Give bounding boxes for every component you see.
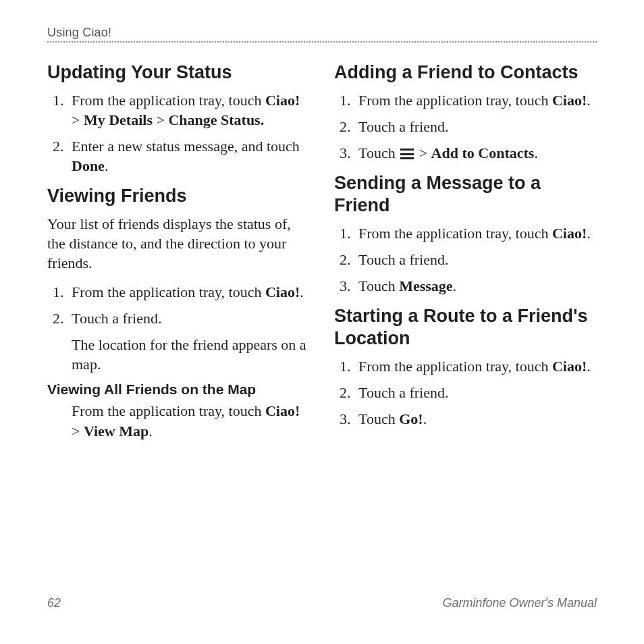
heading-starting-route: Starting a Route to a Friend's Location	[334, 305, 597, 350]
ui-label: Ciao!	[552, 358, 587, 375]
step-text: Touch	[358, 410, 399, 427]
step-item: From the application tray, touch Ciao! >…	[68, 90, 310, 130]
steps-updating-status: From the application tray, touch Ciao! >…	[47, 90, 310, 176]
ui-path-part: Ciao!	[265, 92, 300, 109]
step-text: Touch	[358, 277, 399, 294]
path-sep: >	[415, 144, 431, 161]
heading-adding-friend: Adding a Friend to Contacts	[334, 61, 597, 84]
section-intro: Your list of friends displays the status…	[47, 214, 310, 273]
steps-starting-route: From the application tray, touch Ciao!. …	[334, 356, 597, 429]
path-sep: >	[72, 111, 84, 128]
ui-label: Ciao!	[265, 284, 300, 300]
path-sep: >	[153, 111, 168, 128]
step-item: Touch a friend. The location for the fri…	[68, 308, 310, 374]
steps-sending-message: From the application tray, touch Ciao!. …	[334, 223, 597, 296]
step-text: From the application tray, touch	[72, 402, 265, 419]
step-text: .	[105, 157, 109, 174]
ui-path-part: Ciao!	[265, 402, 300, 419]
steps-viewing-friends: From the application tray, touch Ciao!. …	[47, 282, 310, 374]
step-text: .	[149, 423, 153, 439]
ui-label: Go!	[399, 410, 423, 427]
step-text: From the application tray, touch	[358, 358, 552, 375]
ui-label: Done	[72, 157, 105, 174]
ui-label: Message	[399, 277, 452, 294]
step-item: Touch > Add to Contacts.	[354, 143, 597, 163]
heading-updating-status: Updating Your Status	[47, 61, 310, 84]
subheading-view-all-map: Viewing All Friends on the Map	[47, 381, 310, 398]
step-item: Touch Go!.	[354, 409, 597, 429]
step-item: Touch Message.	[354, 276, 597, 296]
right-column: Adding a Friend to Contacts From the app…	[334, 52, 597, 441]
step-item: Touch a friend.	[354, 117, 597, 136]
manual-page: Using Ciao! Updating Your Status From th…	[0, 0, 644, 644]
step-item: From the application tray, touch Ciao!.	[354, 356, 597, 376]
step-text: .	[534, 144, 538, 161]
step-text: From the application tray, touch	[358, 92, 552, 109]
step-text: .	[300, 284, 304, 300]
step-text: .	[587, 225, 591, 242]
running-head: Using Ciao!	[47, 26, 597, 40]
menu-icon	[400, 149, 414, 159]
step-text: Touch	[358, 144, 399, 161]
step-text: From the application tray, touch	[72, 92, 265, 109]
step-text: Touch a friend.	[72, 310, 161, 327]
heading-viewing-friends: Viewing Friends	[47, 185, 310, 207]
ui-path-part: View Map	[84, 423, 149, 439]
path-sep: >	[72, 423, 84, 439]
step-text: From the application tray, touch	[358, 225, 552, 242]
instruction-block: From the application tray, touch Ciao! >…	[72, 401, 310, 440]
heading-sending-message: Sending a Message to a Friend	[334, 172, 597, 217]
step-item: From the application tray, touch Ciao!.	[354, 223, 597, 243]
step-item: Enter a new status message, and touch Do…	[68, 136, 310, 176]
ui-label: Ciao!	[552, 92, 587, 109]
step-text: Enter a new status message, and touch	[72, 138, 300, 155]
steps-adding-friend: From the application tray, touch Ciao!. …	[334, 90, 597, 163]
step-item: From the application tray, touch Ciao!.	[68, 282, 310, 302]
step-item: From the application tray, touch Ciao!.	[354, 90, 597, 110]
step-text: From the application tray, touch	[72, 284, 265, 300]
step-item: Touch a friend.	[354, 383, 597, 402]
ui-label: Ciao!	[552, 225, 587, 242]
left-column: Updating Your Status From the applicatio…	[47, 52, 310, 441]
step-text: .	[587, 92, 591, 109]
step-text: .	[423, 410, 427, 427]
page-number: 62	[47, 596, 61, 610]
ui-label: Add to Contacts	[431, 144, 535, 161]
step-text: .	[587, 358, 591, 375]
manual-title: Garminfone Owner's Manual	[442, 596, 597, 610]
two-column-layout: Updating Your Status From the applicatio…	[47, 52, 597, 441]
step-note: The location for the friend appears on a…	[72, 335, 310, 374]
ui-path-part: Change Status.	[168, 111, 264, 128]
page-footer: 62 Garminfone Owner's Manual	[47, 596, 597, 610]
step-text: .	[453, 277, 457, 294]
ui-path-part: My Details	[84, 111, 153, 128]
header-rule	[47, 41, 597, 43]
step-item: Touch a friend.	[354, 250, 597, 269]
